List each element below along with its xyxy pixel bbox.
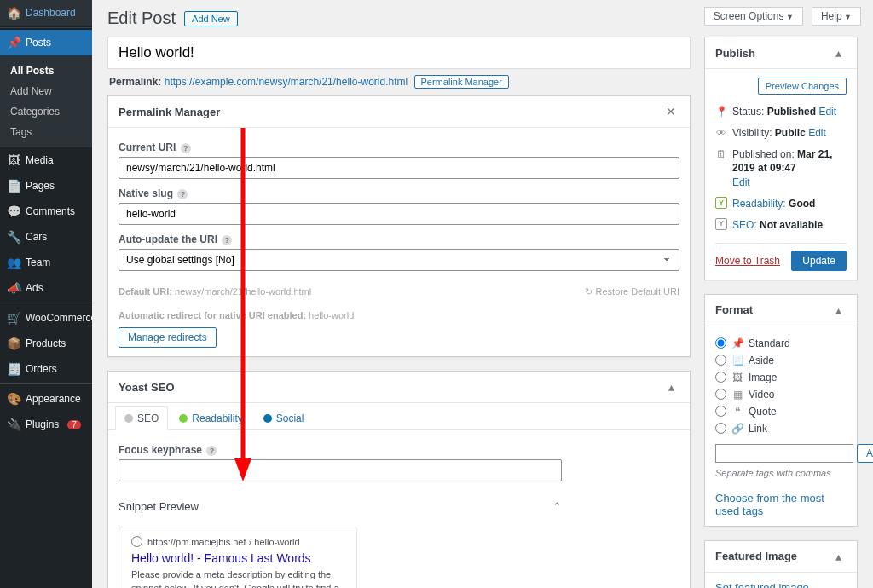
tab-social[interactable]: Social (254, 406, 314, 429)
sidebar-item-label: Media (26, 154, 54, 166)
sidebar-item-appearance[interactable]: 🎨Appearance (0, 386, 92, 412)
format-option[interactable]: ▦Video (715, 386, 847, 403)
tab-seo[interactable]: SEO (115, 406, 168, 430)
format-panel: Format▴ 📌Standard📃Aside🖼Image▦Video❝Quot… (704, 294, 858, 527)
focus-keyphrase-input[interactable] (119, 459, 562, 481)
sidebar-item-label: Dashboard (26, 7, 76, 19)
tag-input[interactable] (715, 444, 853, 463)
native-slug-input[interactable] (119, 203, 679, 225)
sidebar-item-products[interactable]: 📦Products (0, 331, 92, 356)
format-radio[interactable] (715, 372, 726, 383)
publish-title: Publish (715, 47, 755, 60)
featured-image-title: Featured Image (715, 550, 797, 562)
sidebar-subitem[interactable]: All Posts (0, 61, 92, 81)
help-icon[interactable]: ? (222, 235, 232, 245)
screen-options-button[interactable]: Screen Options (704, 7, 803, 26)
snippet-breadcrumb: https://pm.maciejbis.net › hello-world (147, 537, 300, 547)
sidebar-item-label: Team (26, 257, 50, 268)
format-label: Aside (749, 355, 774, 366)
preview-changes-button[interactable]: Preview Changes (758, 78, 847, 95)
sidebar-subitem[interactable]: Categories (0, 101, 92, 122)
sidebar-item-plugins[interactable]: 🔌Plugins7 (0, 412, 92, 437)
current-uri-input[interactable] (119, 157, 679, 179)
help-icon[interactable]: ? (206, 446, 217, 456)
sidebar-item-ads[interactable]: 📣Ads (0, 275, 92, 301)
permalink-link[interactable]: https://example.com/newsy/march/21/hello… (165, 76, 408, 88)
sidebar-item-pages[interactable]: 📄Pages (0, 173, 92, 199)
format-title: Format (715, 303, 753, 316)
snippet-description: Please provide a meta description by edi… (131, 568, 344, 588)
chevron-up-icon[interactable]: ▴ (830, 302, 847, 319)
sidebar-item-label: Products (26, 337, 66, 349)
chevron-up-icon[interactable]: ▴ (662, 378, 679, 395)
format-option[interactable]: 🖼Image (715, 369, 847, 386)
add-new-button[interactable]: Add New (184, 11, 238, 26)
sidebar-item-posts[interactable]: 📌Posts (0, 30, 92, 55)
manage-redirects-button[interactable]: Manage redirects (119, 327, 217, 348)
edit-visibility-link[interactable]: Edit (808, 127, 826, 139)
format-option[interactable]: 📃Aside (715, 352, 847, 369)
sidebar-item-woocommerce[interactable]: 🛒WooCommerce (0, 305, 92, 331)
sidebar-subitem[interactable]: Add New (0, 81, 92, 101)
format-radio[interactable] (715, 406, 726, 417)
format-radio[interactable] (715, 389, 726, 400)
format-label: Image (749, 372, 777, 383)
sidebar-item-media[interactable]: 🖼Media (0, 147, 92, 173)
current-uri-label: Current URI ? (119, 141, 679, 153)
sidebar-item-cars[interactable]: 🔧Cars (0, 224, 92, 250)
sidebar-item-label: Orders (26, 363, 57, 375)
permalink-manager-button[interactable]: Permalink Manager (414, 75, 509, 89)
choose-tags-link[interactable]: Choose from the most used tags (715, 492, 824, 517)
yoast-seo-title: Yoast SEO (119, 381, 175, 394)
help-icon[interactable]: ? (181, 143, 191, 153)
permalink-manager-panel: Permalink Manager ✕ Current URI ? Native… (107, 95, 691, 357)
menu-icon: 🔌 (7, 418, 20, 431)
format-radio[interactable] (715, 423, 726, 434)
chevron-up-icon[interactable]: ▴ (830, 44, 847, 61)
menu-icon: 👥 (7, 256, 20, 269)
format-option[interactable]: ❝Quote (715, 403, 847, 420)
format-radio[interactable] (715, 337, 726, 349)
menu-icon: 📌 (7, 36, 20, 49)
globe-icon (131, 536, 142, 547)
update-button[interactable]: Update (791, 251, 847, 271)
auto-update-select[interactable]: Use global settings [No] (119, 249, 679, 271)
restore-default-uri-link[interactable]: ↻ Restore Default URI (585, 286, 679, 297)
format-icon: 🖼 (731, 372, 743, 383)
sidebar-item-team[interactable]: 👥Team (0, 250, 92, 275)
featured-image-panel: Featured Image▴ Set featured image (704, 540, 858, 588)
format-icon: 📌 (731, 337, 743, 349)
yoast-seo-panel: Yoast SEO ▴ SEO Readability Social Focus… (107, 371, 691, 588)
format-option[interactable]: 📌Standard (715, 335, 847, 352)
edit-status-link[interactable]: Edit (818, 106, 836, 118)
restore-icon: ↻ (585, 286, 593, 297)
help-button[interactable]: Help (812, 7, 861, 26)
sidebar-item-orders[interactable]: 🧾Orders (0, 356, 92, 382)
move-to-trash-link[interactable]: Move to Trash (715, 255, 780, 267)
pin-icon: 📍 (715, 105, 727, 119)
snippet-preview-box: https://pm.maciejbis.net › hello-world H… (119, 527, 357, 588)
chevron-up-icon[interactable]: ⌃ (552, 500, 562, 513)
auto-redirect-text: Automatic redirect for native URI enable… (119, 310, 679, 320)
readability-link[interactable]: Readability: (732, 198, 786, 210)
post-title-input[interactable] (107, 37, 691, 69)
chevron-up-icon[interactable]: ▴ (830, 548, 847, 565)
help-icon[interactable]: ? (177, 189, 188, 199)
menu-icon: 📣 (7, 281, 20, 295)
tab-readability[interactable]: Readability (170, 406, 251, 429)
sidebar-item-label: Plugins (26, 418, 59, 430)
set-featured-image-link[interactable]: Set featured image (715, 581, 809, 588)
seo-link[interactable]: SEO: (732, 219, 757, 231)
format-icon: 🔗 (731, 423, 743, 435)
sidebar-subitem[interactable]: Tags (0, 122, 92, 142)
format-radio[interactable] (715, 355, 726, 366)
add-tag-button[interactable]: Add (857, 444, 873, 463)
close-icon[interactable]: ✕ (662, 103, 679, 120)
sidebar-item-dashboard[interactable]: 🏠Dashboard (0, 0, 92, 26)
menu-icon: 📦 (7, 337, 20, 350)
menu-icon: 🖼 (7, 153, 20, 167)
sidebar-item-label: Posts (26, 37, 51, 49)
sidebar-item-comments[interactable]: 💬Comments (0, 199, 92, 224)
edit-date-link[interactable]: Edit (732, 176, 750, 188)
format-option[interactable]: 🔗Link (715, 420, 847, 437)
